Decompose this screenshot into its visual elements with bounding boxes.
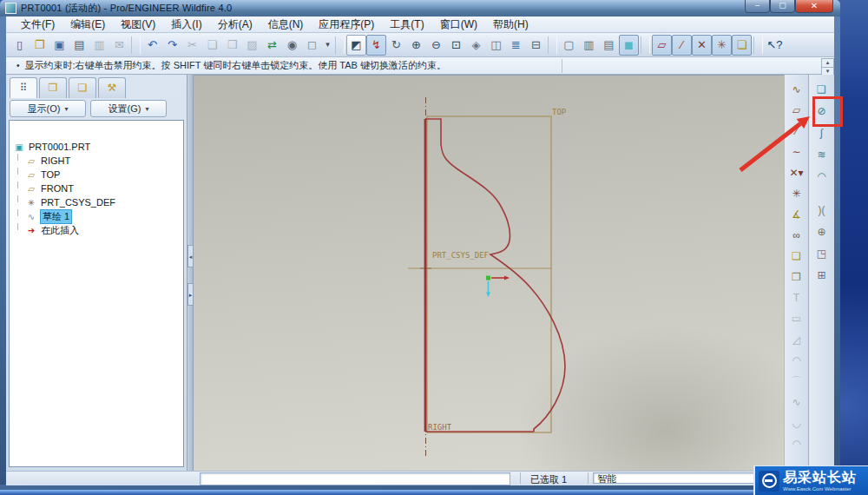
undo-button[interactable]: ↶ — [142, 35, 162, 56]
paste-button[interactable]: ❒ — [222, 35, 242, 56]
select-box-button[interactable]: ◻ — [302, 35, 322, 56]
select-box-dropdown[interactable]: ▾ — [322, 35, 333, 56]
spline-tool[interactable]: ∿ — [786, 393, 808, 412]
menu-item[interactable]: 工具(T) — [382, 16, 431, 34]
blend-tool[interactable]: ≋ — [811, 145, 833, 165]
maximize-button[interactable]: ▢ — [770, 0, 795, 13]
sketched-curve-tool[interactable]: ∼ — [786, 142, 808, 162]
insert-here-icon: ➜ — [25, 226, 37, 235]
tree-item[interactable]: ▱ RIGHT — [10, 154, 183, 168]
no-hidden-display-button[interactable]: ▤ — [599, 35, 619, 56]
datum-plane-icon: ▱ — [25, 156, 37, 166]
rectangle-tool[interactable]: ▭ — [786, 309, 808, 328]
layers-button[interactable]: ≣ — [506, 35, 526, 56]
arc-tool[interactable]: ⌒ — [786, 372, 808, 391]
view-manager-button[interactable]: ⊟ — [526, 35, 546, 56]
regenerate-button[interactable]: ⇄ — [262, 35, 282, 56]
menu-item[interactable]: 视图(V) — [113, 16, 163, 34]
fillet-tool[interactable]: ◠ — [786, 351, 808, 370]
menu-item[interactable]: 应用程序(P) — [311, 16, 382, 34]
note-tool[interactable]: ❏ — [786, 247, 808, 266]
redo-button[interactable]: ↷ — [162, 35, 182, 56]
extrude-tool[interactable]: ❑ — [811, 80, 833, 100]
trim-tool[interactable]: ◳ — [811, 244, 833, 264]
context-help-button[interactable]: ↖? — [765, 35, 785, 56]
graphics-area[interactable]: TOP RIGHT PRT_CSYS_DEF — [193, 75, 784, 471]
csys-display-toggle[interactable]: ✳ — [712, 35, 732, 56]
tab-folder-browser[interactable]: ❐ — [39, 77, 67, 98]
datum-plane-display-toggle[interactable]: ▱ — [652, 35, 672, 56]
find-button[interactable]: ◉ — [282, 35, 302, 56]
tree-item[interactable]: ➜ 在此插入 — [10, 223, 183, 237]
tree-item[interactable]: ▱ FRONT — [10, 182, 183, 195]
revolve-tool[interactable]: ⊘ — [811, 102, 833, 122]
wireframe-display-button[interactable]: ▢ — [559, 35, 579, 56]
sketch-profile-curve[interactable] — [425, 119, 565, 432]
tab-favorites[interactable]: ❏ — [69, 77, 96, 98]
menu-item[interactable]: 帮助(H) — [485, 16, 536, 34]
sweep-tool[interactable]: ∫ — [811, 123, 833, 143]
pattern-tool[interactable]: ⊞ — [811, 266, 833, 286]
point-display-toggle[interactable]: ✕ — [692, 35, 712, 56]
part-icon: ▣ — [13, 142, 25, 152]
show-button[interactable]: 显示(O) ▾ — [10, 100, 86, 117]
status-bar: 已选取 1 智能 — [6, 471, 834, 485]
saved-views-button[interactable]: ◫ — [486, 35, 506, 56]
text-tool[interactable]: T — [786, 288, 808, 307]
send-mail-button[interactable]: ✉ — [109, 35, 129, 56]
csys-tool[interactable]: ✳ — [786, 184, 808, 203]
ellipse-tool[interactable]: ◠ — [786, 434, 808, 453]
zoom-out-button[interactable]: ⊖ — [426, 35, 446, 56]
datum-curve-tool[interactable]: ∿ — [786, 80, 808, 99]
new-file-button[interactable]: ▯ — [10, 35, 30, 56]
shaded-display-button[interactable]: ◼ — [619, 35, 639, 56]
tree-item[interactable]: ▱ TOP — [10, 168, 183, 182]
taskbar-edge — [0, 490, 868, 495]
datum-axis-display-toggle[interactable]: ∕ — [672, 35, 692, 56]
datum-axis-tool[interactable]: ∕ — [786, 122, 808, 141]
tree-item[interactable]: ▣ PRT0001.PRT — [10, 140, 183, 154]
cut-button[interactable]: ✂ — [182, 35, 202, 56]
minimize-button[interactable]: – — [745, 0, 770, 13]
settings-button[interactable]: 设置(G) ▾ — [90, 100, 167, 117]
link-tool[interactable]: ∞ — [786, 226, 808, 245]
menu-item[interactable]: 窗口(W) — [432, 16, 485, 34]
chamfer-tool[interactable]: ◿ — [786, 330, 808, 349]
hidden-line-display-button[interactable]: ▥ — [579, 35, 599, 56]
select-filter-button[interactable]: ◩ — [346, 35, 366, 56]
conic-tool[interactable]: ◡ — [786, 413, 808, 432]
advanced-select-button[interactable]: ↻ — [386, 35, 406, 56]
tree-item-label: PRT_CSYS_DEF — [41, 197, 115, 208]
tree-item[interactable]: ✳ PRT_CSYS_DEF — [10, 195, 183, 209]
zoom-in-button[interactable]: ⊕ — [406, 35, 426, 56]
menu-item[interactable]: 插入(I) — [163, 16, 209, 34]
tab-connections[interactable]: ⚒ — [98, 77, 126, 98]
navigator-tabs: ⠿❐❏⚒ — [10, 77, 126, 98]
selected-count-label: 已选取 1 — [530, 473, 567, 486]
tree-item[interactable]: ∿ 草绘 1 — [10, 209, 183, 223]
annotation-display-toggle[interactable]: ❏ — [732, 35, 752, 56]
save-button[interactable]: ▣ — [49, 35, 69, 56]
mirror-tool[interactable]: )( — [811, 201, 833, 221]
reorient-button[interactable]: ◈ — [466, 35, 486, 56]
intersect-tool[interactable]: ⊕ — [811, 222, 833, 242]
datum-point-tool[interactable]: ✕▾ — [786, 163, 808, 182]
selection-filter-combo[interactable]: 智能 — [593, 472, 756, 484]
menu-item[interactable]: 编辑(E) — [62, 16, 113, 34]
print-button[interactable]: ▤ — [69, 35, 89, 56]
tab-model-tree[interactable]: ⠿ — [10, 77, 37, 98]
offset-edge-tool[interactable]: ❐ — [786, 267, 808, 287]
menu-item[interactable]: 信息(N) — [260, 16, 312, 34]
smart-select-button[interactable]: ↯ — [366, 35, 386, 56]
refit-button[interactable]: ⊡ — [446, 35, 466, 56]
print-to-file-button[interactable]: ▥ — [89, 35, 109, 56]
datum-plane-tool[interactable]: ▱ — [786, 101, 808, 120]
open-file-button[interactable]: ❐ — [30, 35, 49, 56]
copy-button[interactable]: ❑ — [202, 35, 222, 56]
style-tool[interactable]: ◠ — [811, 167, 833, 187]
menu-item[interactable]: 文件(F) — [13, 16, 62, 34]
measure-tool[interactable]: ∡ — [786, 205, 808, 224]
close-button[interactable]: ✕ — [795, 0, 833, 13]
menu-item[interactable]: 分析(A) — [210, 16, 260, 34]
paste-special-button[interactable]: ▨ — [242, 35, 262, 56]
